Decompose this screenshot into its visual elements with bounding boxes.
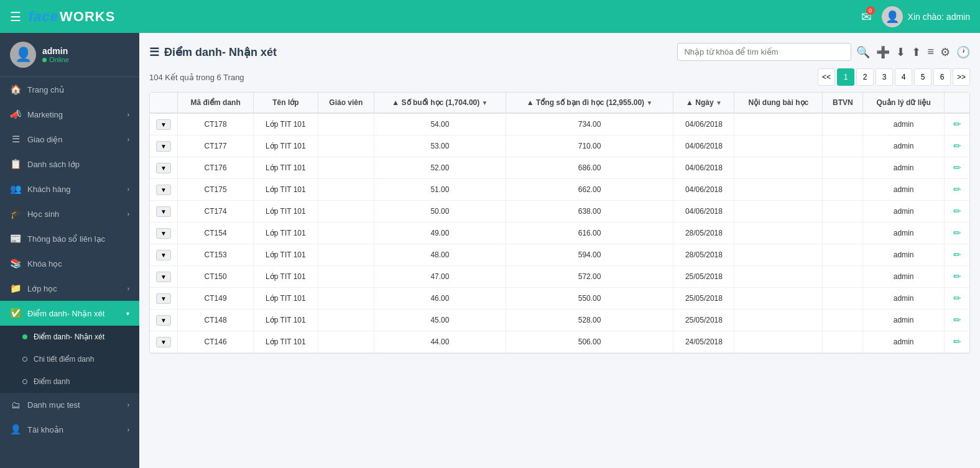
cell-edit[interactable]: ✏ <box>945 266 970 288</box>
cell-edit[interactable]: ✏ <box>945 135 970 157</box>
admin-avatar: 👤 <box>882 6 903 27</box>
page-3[interactable]: 3 <box>876 68 893 86</box>
pagination-bar: 104 Kết quả trong 6 Trang << 1 2 3 4 5 6… <box>149 68 970 86</box>
sidebar-label-lop-hoc: Lớp học <box>27 284 121 293</box>
edit-icon[interactable]: ✏ <box>953 293 961 303</box>
edit-icon[interactable]: ✏ <box>953 119 961 129</box>
expand-button[interactable]: ▼ <box>156 228 171 239</box>
cell-giao-vien <box>318 113 374 135</box>
expand-cell[interactable]: ▼ <box>150 223 177 244</box>
expand-button[interactable]: ▼ <box>156 337 171 347</box>
expand-button[interactable]: ▼ <box>156 272 171 282</box>
sidebar-item-hoc-sinh[interactable]: 🎓 Học sinh › <box>0 201 139 226</box>
cell-so-buoi: 50.00 <box>374 201 506 223</box>
col-ten-lop[interactable]: Tên lớp <box>254 93 318 113</box>
page-next[interactable]: >> <box>953 68 970 86</box>
expand-cell[interactable]: ▼ <box>150 331 177 353</box>
expand-cell[interactable]: ▼ <box>150 288 177 310</box>
cell-edit[interactable]: ✏ <box>945 157 970 179</box>
expand-button[interactable]: ▼ <box>156 315 171 326</box>
col-action <box>945 93 970 113</box>
col-giao-vien[interactable]: Giáo viên <box>318 93 374 113</box>
sidebar-item-khach-hang[interactable]: 👥 Khách hàng › <box>0 177 139 201</box>
cell-edit[interactable]: ✏ <box>945 113 970 135</box>
sidebar-item-lop-hoc[interactable]: 📁 Lớp học › <box>0 276 139 301</box>
list-view-icon[interactable]: ≡ <box>927 45 934 58</box>
expand-cell[interactable]: ▼ <box>150 244 177 266</box>
col-ngay[interactable]: ▲ Ngày ▼ <box>673 93 734 113</box>
sidebar-item-trang-chu[interactable]: 🏠 Trang chủ <box>0 77 139 102</box>
sidebar-item-diem-danh[interactable]: ✅ Điểm danh- Nhận xét ▾ <box>0 301 139 326</box>
expand-button[interactable]: ▼ <box>156 293 171 304</box>
expand-button[interactable]: ▼ <box>156 163 171 173</box>
sidebar-sub-diem-danh-nhan-xet[interactable]: Điểm danh- Nhận xét <box>0 326 139 348</box>
mail-icon[interactable]: ✉ 0 <box>861 9 872 24</box>
cell-edit[interactable]: ✏ <box>945 223 970 244</box>
col-ma-diem-danh[interactable]: Mã điểm danh <box>177 93 253 113</box>
expand-button[interactable]: ▼ <box>156 206 171 217</box>
col-so-buoi-hoc[interactable]: ▲ Số buổi học (1,704.00) ▼ <box>374 93 506 113</box>
edit-icon[interactable]: ✏ <box>953 227 961 238</box>
expand-button[interactable]: ▼ <box>156 119 171 130</box>
sidebar-sub-diem-danh[interactable]: Điểm danh <box>0 370 139 393</box>
edit-icon[interactable]: ✏ <box>953 162 961 173</box>
search-input[interactable] <box>677 43 851 61</box>
edit-icon[interactable]: ✏ <box>953 314 961 325</box>
expand-cell[interactable]: ▼ <box>150 201 177 223</box>
edit-icon[interactable]: ✏ <box>953 206 961 216</box>
cell-tong-so: 506.00 <box>506 331 673 353</box>
page-4[interactable]: 4 <box>895 68 912 86</box>
page-6[interactable]: 6 <box>933 68 951 86</box>
upload-icon[interactable]: ⬆ <box>912 45 921 59</box>
add-icon[interactable]: ➕ <box>876 45 890 59</box>
edit-icon[interactable]: ✏ <box>953 140 961 151</box>
page-prev[interactable]: << <box>818 68 835 86</box>
cell-edit[interactable]: ✏ <box>945 331 970 353</box>
sidebar-item-marketing[interactable]: 📣 Marketing › <box>0 102 139 127</box>
expand-cell[interactable]: ▼ <box>150 266 177 288</box>
page-5[interactable]: 5 <box>914 68 931 86</box>
expand-cell[interactable]: ▼ <box>150 113 177 135</box>
expand-button[interactable]: ▼ <box>156 141 171 152</box>
download-icon[interactable]: ⬇ <box>896 45 905 59</box>
cell-quan-ly: admin <box>863 331 945 353</box>
expand-cell[interactable]: ▼ <box>150 157 177 179</box>
sidebar-item-thong-bao[interactable]: 📰 Thông báo sổ liên lạc <box>0 226 139 251</box>
edit-icon[interactable]: ✏ <box>953 249 961 260</box>
sidebar-item-khoa-hoc[interactable]: 📚 Khóa học <box>0 251 139 276</box>
expand-cell[interactable]: ▼ <box>150 310 177 331</box>
cell-edit[interactable]: ✏ <box>945 179 970 201</box>
search-icon[interactable]: 🔍 <box>856 45 870 59</box>
cell-edit[interactable]: ✏ <box>945 310 970 331</box>
cell-edit[interactable]: ✏ <box>945 244 970 266</box>
cell-ngay: 04/06/2018 <box>673 201 734 223</box>
cell-edit[interactable]: ✏ <box>945 201 970 223</box>
cell-edit[interactable]: ✏ <box>945 288 970 310</box>
page-2[interactable]: 2 <box>856 68 874 86</box>
dot-empty-icon-2 <box>22 379 27 384</box>
sidebar-item-tai-khoan[interactable]: 👤 Tài khoản › <box>0 417 139 442</box>
edit-icon[interactable]: ✏ <box>953 184 961 195</box>
cell-so-buoi: 45.00 <box>374 310 506 331</box>
sidebar-sub-chi-tiet-diem-danh[interactable]: Chi tiết điểm danh <box>0 348 139 370</box>
profile-name: admin <box>42 46 69 56</box>
col-expand <box>150 93 177 113</box>
sidebar-item-giao-dien[interactable]: ☰ Giao diện › <box>0 127 139 152</box>
cell-btvn <box>823 266 863 288</box>
cell-quan-ly: admin <box>863 223 945 244</box>
page-1[interactable]: 1 <box>837 68 854 86</box>
settings-icon[interactable]: ⚙ <box>940 45 950 59</box>
sidebar-item-danh-muc-test[interactable]: 🗂 Danh mục test › <box>0 393 139 417</box>
edit-icon[interactable]: ✏ <box>953 336 961 347</box>
sidebar-item-danh-sach-lop[interactable]: 📋 Danh sách lớp <box>0 152 139 177</box>
table-header: Mã điểm danh Tên lớp Giáo viên ▲ Số buổi… <box>150 93 969 113</box>
expand-cell[interactable]: ▼ <box>150 179 177 201</box>
expand-button[interactable]: ▼ <box>156 185 171 195</box>
expand-button[interactable]: ▼ <box>156 250 171 260</box>
col-tong-so-ban[interactable]: ▲ Tổng số bạn đi học (12,955.00) ▼ <box>506 93 673 113</box>
hamburger-icon[interactable]: ☰ <box>10 9 21 24</box>
clock-icon[interactable]: 🕐 <box>956 45 970 59</box>
edit-icon[interactable]: ✏ <box>953 271 961 282</box>
expand-cell[interactable]: ▼ <box>150 135 177 157</box>
cell-ngay: 04/06/2018 <box>673 157 734 179</box>
